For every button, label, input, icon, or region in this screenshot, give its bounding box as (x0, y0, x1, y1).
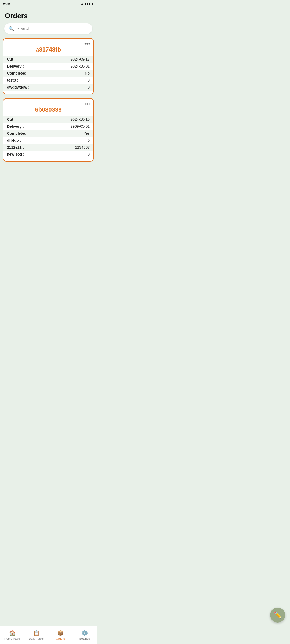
status-icons: ▲ ▮▮▮ ▮ (81, 2, 93, 6)
item-label-0-0: test3 : (7, 78, 18, 82)
item-value-1-2: 0 (88, 152, 90, 156)
search-bar[interactable]: 🔍 (4, 23, 92, 34)
status-bar: 5:26 ▲ ▮▮▮ ▮ (0, 0, 97, 8)
item-label-0-1: qwdqwdqw : (7, 85, 30, 89)
row-value-0-2: No (85, 71, 90, 75)
order-id-0: a31743fb (7, 46, 90, 53)
row-value-0-1: 2024-10-01 (70, 64, 90, 68)
item-value-1-0: 0 (88, 138, 90, 142)
row-value-1-2: Yes (84, 131, 90, 136)
signal-icon: ▮▮▮ (85, 2, 90, 6)
item-value-0-1: 0 (88, 85, 90, 89)
row-label-0-2: Completed : (7, 71, 29, 75)
notification-icon: ▲ (81, 2, 84, 6)
row-label-1-1: Delivery : (7, 124, 24, 129)
row-value-1-0: 2024-10-15 (70, 117, 90, 122)
order-menu-0[interactable]: ••• (84, 41, 90, 47)
order-item-row-1-0: dfbfdb :0 (7, 137, 90, 144)
order-item-row-0-0: test3 :8 (7, 77, 90, 84)
main-content: 🔍 •••a31743fbCut :2024-09-17Delivery :20… (0, 23, 97, 187)
item-value-1-1: 1234567 (75, 145, 90, 149)
row-label-1-2: Completed : (7, 131, 29, 136)
order-row-1-2: Completed :Yes (3, 130, 93, 137)
item-value-0-0: 8 (88, 78, 90, 82)
row-label-0-0: Cut : (7, 57, 16, 61)
status-time: 5:26 (3, 2, 10, 6)
item-label-1-1: 2112e21 : (7, 145, 24, 149)
row-value-0-0: 2024-09-17 (70, 57, 90, 61)
order-item-row-0-1: qwdqwdqw :0 (3, 84, 93, 91)
order-row-0-2: Completed :No (3, 70, 93, 77)
row-value-1-1: 2969-05-01 (70, 124, 90, 129)
order-item-row-1-2: new sod :0 (7, 151, 90, 158)
row-label-0-1: Delivery : (7, 64, 24, 68)
page-title: Orders (0, 8, 97, 23)
search-input[interactable] (17, 26, 88, 31)
order-item-row-1-1: 2112e21 :1234567 (3, 144, 93, 151)
order-row-0-0: Cut :2024-09-17 (3, 56, 93, 63)
order-card-0[interactable]: •••a31743fbCut :2024-09-17Delivery :2024… (3, 38, 94, 94)
item-label-1-0: dfbfdb : (7, 138, 21, 142)
order-menu-1[interactable]: ••• (84, 101, 90, 107)
battery-icon: ▮ (92, 2, 93, 6)
orders-list: •••a31743fbCut :2024-09-17Delivery :2024… (0, 38, 97, 162)
search-icon: 🔍 (9, 26, 14, 31)
order-row-1-0: Cut :2024-10-15 (3, 116, 93, 123)
row-label-1-0: Cut : (7, 117, 16, 122)
item-label-1-2: new sod : (7, 152, 24, 156)
order-row-1-1: Delivery :2969-05-01 (7, 123, 90, 130)
order-row-0-1: Delivery :2024-10-01 (7, 63, 90, 70)
order-card-1[interactable]: •••6b080338Cut :2024-10-15Delivery :2969… (3, 98, 94, 162)
order-id-1: 6b080338 (7, 106, 90, 113)
